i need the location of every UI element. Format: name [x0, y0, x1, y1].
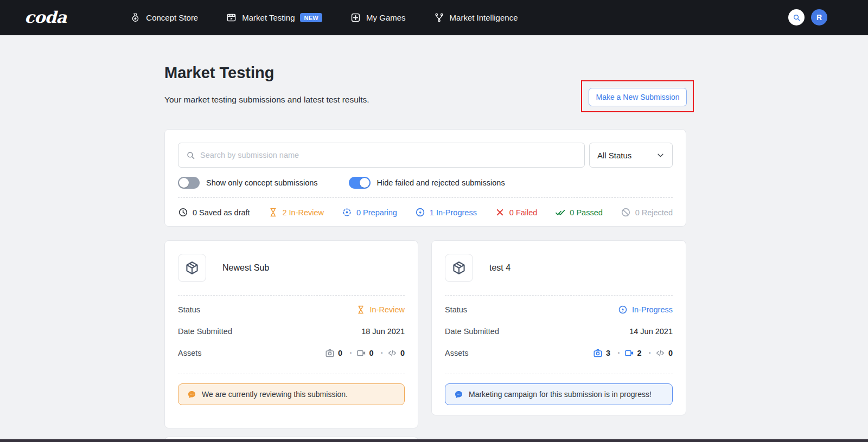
in-progress-icon	[618, 305, 628, 315]
x-icon	[495, 207, 505, 217]
assets-row: Assets 0 0 0	[178, 342, 405, 364]
toggle-label: Hide failed and rejected submissions	[377, 178, 505, 187]
camera-icon	[593, 348, 603, 358]
status-filter[interactable]: 2 In-Review	[268, 207, 324, 217]
status-filter[interactable]: 0 Saved as draft	[178, 207, 250, 217]
search-icon	[186, 151, 195, 160]
submission-icon-box	[445, 254, 473, 282]
assets-label: Assets	[445, 349, 469, 357]
nav-item-label: Market Testing	[242, 13, 295, 22]
new-badge: NEW	[300, 13, 322, 22]
status-filter-label: 0 Passed	[570, 208, 602, 217]
submission-name: Newest Sub	[222, 263, 269, 273]
chat-bubble-icon	[454, 390, 463, 399]
coda-logo[interactable]: coda	[24, 8, 66, 27]
status-filter-label: 0 Saved as draft	[193, 208, 250, 217]
asset-count: 0	[356, 348, 384, 358]
status-counts-row: 0 Saved as draft 2 In-Review 0 Preparing…	[178, 207, 673, 217]
page-title: Market Testing	[164, 64, 275, 82]
date-value: 18 Jun 2021	[361, 327, 405, 336]
nav-item-market-testing[interactable]: Market Testing NEW	[226, 12, 322, 23]
submission-name: test 4	[489, 263, 510, 273]
medal-icon	[130, 12, 141, 23]
code-icon	[387, 348, 397, 358]
nav-item-label: Concept Store	[146, 13, 198, 22]
search-icon	[793, 14, 801, 22]
divider	[445, 295, 673, 296]
toggle-switch[interactable]	[178, 177, 200, 189]
status-row: Status In-Progress	[445, 299, 673, 321]
navbar: coda Concept Store Market Testing NEW My…	[0, 0, 868, 35]
notice-text: Marketing campaign for this submission i…	[469, 390, 652, 399]
ban-icon	[621, 207, 631, 217]
notice-text: We are currently reviewing this submissi…	[202, 390, 348, 399]
card-header: Newest Sub	[178, 254, 405, 282]
asset-count: 0	[325, 348, 352, 358]
status-filter[interactable]: 1 In-Progress	[415, 207, 477, 217]
status-filter-label: 0 Rejected	[635, 208, 673, 217]
toggle-label: Show only concept submissions	[206, 178, 318, 187]
search-input[interactable]	[200, 151, 577, 159]
status-label: Status	[178, 305, 200, 314]
status-label: Status	[445, 305, 467, 314]
preparing-icon	[342, 207, 352, 217]
status-filter-label: 1 In-Progress	[430, 208, 477, 217]
hourglass-icon	[268, 207, 278, 217]
nav-item-label: My Games	[366, 13, 406, 22]
gamepad-icon	[350, 12, 361, 23]
camera-icon	[325, 348, 335, 358]
date-row: Date Submitted 14 Jun 2021	[445, 321, 673, 342]
assets-counts: 0 0 0	[325, 348, 405, 358]
status-dropdown[interactable]: All Status	[589, 143, 673, 168]
nav-item-concept-store[interactable]: Concept Store	[130, 12, 198, 23]
make-new-submission-button[interactable]: Make a New Submission	[589, 88, 687, 106]
divider	[178, 197, 673, 198]
toggle-row-item: Show only concept submissions	[178, 177, 318, 189]
date-label: Date Submitted	[445, 327, 499, 336]
avatar[interactable]: R	[811, 9, 827, 25]
page-subtitle: Your market testing submissions and late…	[164, 95, 369, 105]
divider	[178, 295, 405, 296]
clock-icon	[178, 207, 188, 217]
video-icon	[624, 348, 634, 358]
status-filter-label: 2 In-Review	[283, 208, 324, 217]
submission-search-box	[178, 143, 585, 168]
date-label: Date Submitted	[178, 327, 232, 336]
hourglass-icon	[356, 305, 366, 315]
package-icon	[184, 260, 200, 276]
nav-item-market-intelligence[interactable]: Market Intelligence	[434, 12, 518, 23]
navbar-right: R	[788, 9, 827, 25]
asset-count: 0	[387, 348, 405, 358]
assets-label: Assets	[178, 349, 202, 357]
date-row: Date Submitted 18 Jun 2021	[178, 321, 405, 342]
status-filter[interactable]: 0 Passed	[555, 207, 602, 217]
submission-icon-box	[178, 254, 206, 282]
toggle-row: Show only concept submissions Hide faile…	[178, 177, 673, 189]
status-filter[interactable]: 0 Preparing	[342, 207, 397, 217]
submission-card[interactable]: test 4 Status In-Progress Date Submitted…	[431, 240, 686, 415]
video-icon	[356, 348, 366, 358]
toggle-knob	[179, 178, 189, 188]
nav-item-my-games[interactable]: My Games	[350, 12, 406, 23]
toggle-row-item: Hide failed and rejected submissions	[349, 177, 505, 189]
asset-count: 2	[624, 348, 652, 358]
status-badge: In-Progress	[618, 305, 673, 315]
double-check-icon	[555, 207, 565, 217]
package-icon	[451, 260, 467, 276]
toggle-switch[interactable]	[349, 177, 371, 189]
status-filter-label: 0 Failed	[509, 208, 538, 217]
chat-bubble-icon	[187, 390, 196, 399]
bottom-edge-strip	[0, 439, 868, 442]
status-filter-label: 0 Preparing	[356, 208, 397, 217]
submission-notice: We are currently reviewing this submissi…	[178, 383, 405, 405]
global-search-button[interactable]	[788, 9, 805, 25]
asset-count: 0	[655, 348, 673, 358]
status-filter[interactable]: 0 Failed	[495, 207, 538, 217]
status-row: Status In-Review	[178, 299, 405, 321]
clapperboard-icon	[226, 12, 237, 23]
status-badge: In-Review	[356, 305, 405, 315]
status-filter[interactable]: 0 Rejected	[621, 207, 673, 217]
asset-count: 3	[593, 348, 620, 358]
divider	[445, 374, 673, 374]
submission-card[interactable]: Newest Sub Status In-Review Date Submitt…	[164, 240, 418, 428]
